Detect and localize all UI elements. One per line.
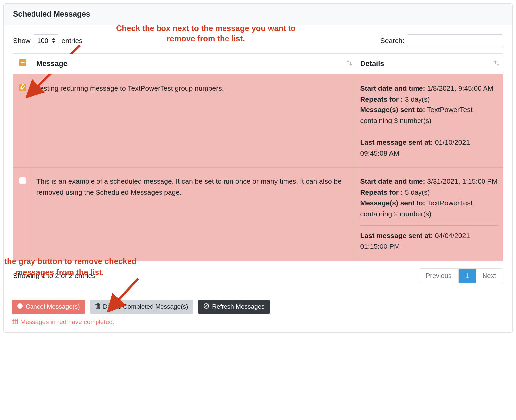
table-row: This is an example of a scheduled messag…	[13, 168, 503, 261]
cancel-messages-button[interactable]: Cancel Message(s)	[12, 300, 85, 314]
delete-button-label: Delete Completed Message(s)	[103, 303, 188, 310]
search-label: Search:	[380, 37, 404, 45]
ban-icon	[203, 303, 209, 311]
table-footer: Showing 1 to 2 of 2 entries Click the gr…	[13, 268, 503, 283]
header-message[interactable]: Message	[32, 54, 355, 74]
cancel-button-label: Cancel Message(s)	[26, 303, 80, 310]
last-label: Last message sent at:	[360, 138, 433, 146]
details-cell: Start date and time: 1/8/2021, 9:45:00 A…	[355, 74, 503, 168]
length-control: Show 100 entries	[13, 34, 83, 47]
sent-to-label: Message(s) sent to:	[360, 106, 425, 113]
refresh-button-label: Refresh Messages	[212, 303, 264, 310]
svg-rect-10	[97, 303, 99, 304]
messages-table: Message Details	[13, 53, 503, 261]
pagination-page-1[interactable]: 1	[458, 269, 476, 283]
row-checkbox[interactable]	[19, 84, 26, 91]
svg-line-15	[205, 304, 208, 308]
action-buttons: Cancel Message(s) Delete Completed Messa…	[12, 300, 504, 314]
trash-icon	[95, 303, 100, 311]
minus-circle-icon	[17, 303, 23, 311]
header-details-label: Details	[360, 59, 384, 68]
last-label: Last message sent at:	[360, 232, 433, 239]
repeats-label: Repeats for :	[360, 95, 403, 103]
table-controls: Show 100 entries Search:	[13, 34, 503, 47]
card-footer: Cancel Message(s) Delete Completed Messa…	[4, 293, 512, 332]
refresh-messages-button[interactable]: Refresh Messages	[198, 300, 270, 314]
start-label: Start date and time:	[360, 84, 425, 92]
start-value: 3/31/2021, 1:15:00 PM	[427, 177, 498, 185]
header-message-label: Message	[36, 59, 67, 68]
pagination-prev[interactable]: Previous	[419, 269, 458, 283]
repeats-label: Repeats for :	[360, 188, 403, 196]
length-select[interactable]: 100	[33, 34, 59, 47]
table-header-row: Message Details	[13, 54, 503, 74]
table-row: Testing recurring message to TextPowerTe…	[13, 74, 503, 168]
length-show-label: Show	[13, 37, 31, 45]
scheduled-messages-card: Scheduled Messages Check the box next to…	[3, 3, 513, 333]
sort-icon	[347, 59, 352, 68]
repeats-value: 3 day(s)	[405, 95, 430, 103]
header-checkbox-cell	[13, 54, 32, 74]
length-entries-label: entries	[62, 37, 83, 45]
card-title: Scheduled Messages	[4, 4, 512, 25]
start-label: Start date and time:	[360, 177, 425, 185]
message-cell: This is an example of a scheduled messag…	[32, 168, 355, 261]
svg-rect-16	[12, 319, 18, 324]
svg-rect-7	[18, 306, 22, 306]
table-icon	[12, 318, 18, 326]
row-checkbox[interactable]	[19, 177, 26, 184]
message-cell: Testing recurring message to TextPowerTe…	[32, 74, 355, 168]
header-details[interactable]: Details	[355, 54, 503, 74]
sent-to-label: Message(s) sent to:	[360, 199, 425, 207]
repeats-value: 5 day(s)	[405, 188, 430, 196]
pagination: Previous 1 Next	[419, 268, 503, 283]
details-cell: Start date and time: 3/31/2021, 1:15:00 …	[355, 168, 503, 261]
completed-legend: Messages in red have completed.	[12, 318, 504, 326]
pagination-next[interactable]: Next	[476, 269, 503, 283]
legend-text: Messages in red have completed.	[20, 318, 114, 326]
sort-icon	[494, 59, 499, 68]
entries-info: Showing 1 to 2 of 2 entries	[13, 272, 96, 280]
select-all-checkbox[interactable]	[19, 59, 26, 66]
search-input[interactable]	[407, 34, 503, 47]
card-body: Check the box next to the message you wa…	[4, 25, 512, 293]
search-control: Search:	[380, 34, 503, 47]
delete-completed-button[interactable]: Delete Completed Message(s)	[90, 300, 194, 314]
start-value: 1/8/2021, 9:45:00 AM	[427, 84, 493, 92]
